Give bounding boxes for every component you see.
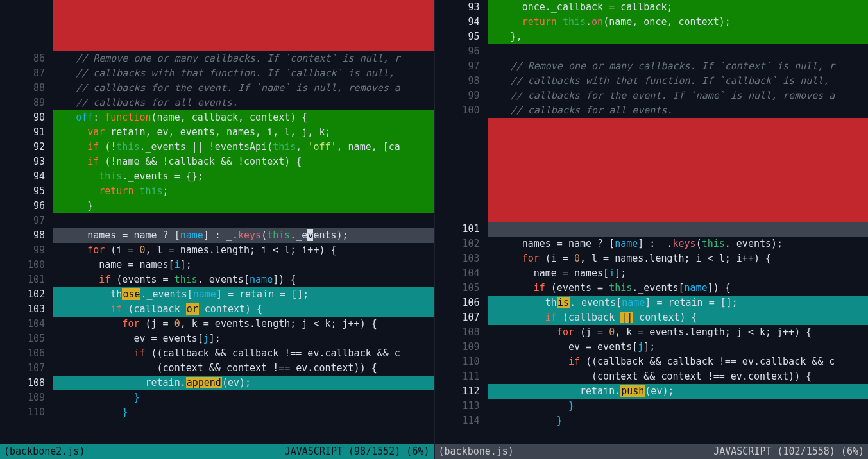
- line-content: for (i = 0, l = names.length; i < l; i++…: [488, 251, 869, 266]
- code-row[interactable]: 86 // Remove one or many callbacks. If `…: [0, 51, 434, 66]
- code-row[interactable]: 110 }: [0, 405, 434, 420]
- code-row[interactable]: 101: [435, 222, 869, 237]
- line-content: // callbacks for the event. If `name` is…: [488, 88, 869, 103]
- line-content: }: [53, 390, 434, 405]
- code-row[interactable]: 106 this._events[name] = retain = [];: [435, 296, 869, 310]
- line-content: }: [53, 405, 434, 420]
- line-number: 87: [0, 66, 53, 81]
- code-row[interactable]: 101 if (events = this._events[name]) {: [0, 272, 434, 287]
- code-row[interactable]: 97: [0, 213, 434, 228]
- code-row[interactable]: 108 retain.append(ev);: [0, 376, 434, 390]
- code-row[interactable]: 98 // callbacks with that function. If `…: [435, 74, 869, 88]
- code-row[interactable]: 103 for (i = 0, l = names.length; i < l;…: [435, 251, 869, 266]
- code-row[interactable]: 96 }: [0, 199, 434, 213]
- code-row[interactable]: 88 // callbacks for the event. If `name`…: [0, 81, 434, 96]
- code-row[interactable]: 111 (context && context !== ev.context))…: [435, 369, 869, 384]
- line-content: }: [488, 399, 869, 413]
- line-content: ev = events[j];: [53, 331, 434, 346]
- line-number: 102: [435, 237, 488, 251]
- code-row[interactable]: 94 return this.on(name, once, context);: [435, 15, 869, 29]
- code-row[interactable]: 110 if ((callback && callback !== ev.cal…: [435, 355, 869, 369]
- line-number: 104: [435, 266, 488, 281]
- line-number: 114: [435, 413, 488, 428]
- code-row[interactable]: 93 if (!name && !callback && !context) {: [0, 154, 434, 169]
- line-number: 104: [0, 317, 53, 331]
- line-number: 97: [0, 213, 53, 228]
- line-content: this._events = {};: [53, 169, 434, 184]
- left-status-bar: (backbone2.js) JAVASCRIPT (98/1552) (6%): [0, 444, 434, 459]
- code-row[interactable]: 89 // callbacks for all events.: [0, 96, 434, 110]
- diff-split-view: 86 // Remove one or many callbacks. If `…: [0, 0, 868, 459]
- line-number: 107: [435, 310, 488, 325]
- line-content: this._events[name] = retain = [];: [488, 296, 869, 310]
- left-pane[interactable]: 86 // Remove one or many callbacks. If `…: [0, 0, 434, 459]
- code-row[interactable]: 90 off: function(name, callback, context…: [0, 110, 434, 125]
- code-row[interactable]: 106 if ((callback && callback !== ev.cal…: [0, 346, 434, 361]
- line-number: 109: [435, 340, 488, 355]
- line-number: 112: [435, 384, 488, 399]
- code-row[interactable]: 108 for (j = 0, k = events.length; j < k…: [435, 325, 869, 340]
- code-row[interactable]: 103 if (callback or context) {: [0, 302, 434, 317]
- code-row[interactable]: 99 for (i = 0, l = names.length; i < l; …: [0, 243, 434, 258]
- code-row[interactable]: 96: [435, 44, 869, 59]
- code-row[interactable]: 104 for (j = 0, k = events.length; j < k…: [0, 317, 434, 331]
- line-content: names = name ? [name] : _.keys(this._eve…: [53, 228, 434, 243]
- code-row[interactable]: 102 those._events[name] = retain = [];: [0, 287, 434, 302]
- code-row[interactable]: 107 if (callback || context) {: [435, 310, 869, 325]
- line-content: // callbacks with that function. If `cal…: [53, 66, 434, 81]
- line-number: 100: [435, 103, 488, 118]
- code-row[interactable]: 109 }: [0, 390, 434, 405]
- line-number: 101: [435, 222, 488, 237]
- line-content: retain.push(ev);: [488, 384, 869, 399]
- code-row[interactable]: [435, 118, 869, 222]
- line-number: 96: [435, 44, 488, 59]
- line-number: 109: [0, 390, 53, 405]
- code-row[interactable]: 105 ev = events[j];: [0, 331, 434, 346]
- line-number: 101: [0, 272, 53, 287]
- code-row[interactable]: 113 }: [435, 399, 869, 413]
- code-row[interactable]: 92 if (!this._events || !eventsApi(this,…: [0, 140, 434, 154]
- code-row[interactable]: 95 return this;: [0, 184, 434, 199]
- line-content: return this.on(name, once, context);: [488, 15, 869, 29]
- line-content: if (callback || context) {: [488, 310, 869, 325]
- code-row[interactable]: [0, 0, 434, 51]
- line-content: },: [488, 29, 869, 44]
- code-row[interactable]: 102 names = name ? [name] : _.keys(this.…: [435, 237, 869, 251]
- code-row[interactable]: 104 name = names[i];: [435, 266, 869, 281]
- code-row[interactable]: 91 var retain, ev, events, names, i, l, …: [0, 125, 434, 140]
- line-content: // callbacks for all events.: [53, 96, 434, 110]
- line-number: 86: [0, 51, 53, 66]
- line-number: 113: [435, 399, 488, 413]
- code-row[interactable]: 99 // callbacks for the event. If `name`…: [435, 88, 869, 103]
- code-row[interactable]: 95 },: [435, 29, 869, 44]
- left-code-area[interactable]: 86 // Remove one or many callbacks. If `…: [0, 0, 434, 444]
- right-code-area[interactable]: 93 once._callback = callback;94 return t…: [435, 0, 869, 444]
- code-row[interactable]: 109 ev = events[j];: [435, 340, 869, 355]
- line-content: }: [488, 413, 869, 428]
- code-row[interactable]: 107 (context && context !== ev.context))…: [0, 361, 434, 376]
- right-status-bar: (backbone.js) JAVASCRIPT (102/1558) (6%): [435, 444, 869, 459]
- line-content: for (j = 0, k = events.length; j < k; j+…: [53, 317, 434, 331]
- code-row[interactable]: 105 if (events = this._events[name]) {: [435, 281, 869, 296]
- line-content: // callbacks for all events.: [488, 103, 869, 118]
- code-row[interactable]: 112 retain.push(ev);: [435, 384, 869, 399]
- code-row[interactable]: 100 // callbacks for all events.: [435, 103, 869, 118]
- right-pane[interactable]: 93 once._callback = callback;94 return t…: [434, 0, 869, 459]
- line-number: 100: [0, 258, 53, 272]
- line-number: 111: [435, 369, 488, 384]
- code-row[interactable]: 97 // Remove one or many callbacks. If `…: [435, 59, 869, 74]
- line-number: 98: [435, 74, 488, 88]
- code-row[interactable]: 93 once._callback = callback;: [435, 0, 869, 15]
- line-number: 110: [435, 355, 488, 369]
- code-row[interactable]: 98 names = name ? [name] : _.keys(this._…: [0, 228, 434, 243]
- line-content: for (j = 0, k = events.length; j < k; j+…: [488, 325, 869, 340]
- line-number: 95: [0, 184, 53, 199]
- line-number: 93: [0, 154, 53, 169]
- line-number: [0, 0, 53, 51]
- line-content: [53, 0, 434, 51]
- code-row[interactable]: 87 // callbacks with that function. If `…: [0, 66, 434, 81]
- code-row[interactable]: 100 name = names[i];: [0, 258, 434, 272]
- line-content: // Remove one or many callbacks. If `con…: [53, 51, 434, 66]
- code-row[interactable]: 94 this._events = {};: [0, 169, 434, 184]
- code-row[interactable]: 114 }: [435, 413, 869, 428]
